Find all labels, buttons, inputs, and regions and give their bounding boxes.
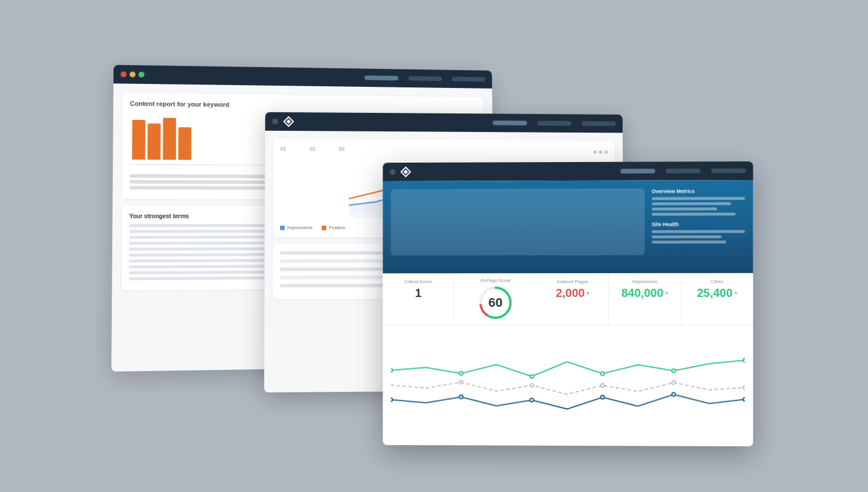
- chart-dots: [593, 150, 608, 154]
- svg-point-10: [601, 372, 604, 375]
- svg-point-9: [530, 374, 534, 378]
- clicks-label: Clicks: [688, 279, 746, 284]
- indexed-pages-cell: Indexed Pages 2,000 *: [537, 273, 609, 325]
- svg-point-17: [743, 385, 745, 389]
- axis-labels: 01 02 03: [280, 146, 344, 152]
- nav-1: [365, 75, 486, 82]
- nav-pill-3-3: [711, 168, 746, 173]
- legend-impressions: Impressions: [280, 225, 312, 230]
- dot-c: [605, 150, 608, 154]
- critical-errors-label: Critical Errors: [389, 279, 447, 284]
- nav-2: [492, 120, 616, 126]
- metrics-col: Overview Metrics Site Health: [652, 188, 745, 255]
- onpage-score-cell: OnPage Score 60: [454, 273, 537, 325]
- metric-bar-4: [652, 212, 735, 215]
- svg-point-19: [459, 395, 463, 399]
- legend-label-position: Position: [329, 225, 345, 230]
- nav-pill-3-2: [665, 168, 700, 173]
- window-controls-3: [389, 169, 395, 175]
- svg-point-16: [672, 381, 675, 384]
- nav-pill-2-1: [492, 120, 527, 125]
- svg-point-20: [530, 398, 534, 402]
- indexed-pages-value: 2,000 *: [544, 287, 601, 300]
- dot-1: [272, 119, 278, 124]
- bar-3: [163, 118, 176, 160]
- svg-point-13: [459, 380, 463, 384]
- legend-dot-impressions: [280, 225, 285, 230]
- nav-pill-2: [409, 76, 442, 81]
- legend-dot-position: [322, 225, 326, 230]
- close-dot: [120, 71, 126, 77]
- clicks-cell: Clicks 25,400 *: [681, 273, 753, 325]
- site-health-title: Site Health: [652, 221, 745, 227]
- logo-3: [400, 166, 411, 178]
- bottom-chart-svg: [391, 332, 745, 446]
- nav-pill-3-1: [620, 168, 655, 173]
- dot-b: [599, 150, 602, 154]
- legend-position: Position: [322, 225, 345, 230]
- bar-2: [148, 123, 161, 160]
- titlebar-2: [265, 112, 623, 133]
- overview-area: Overview Metrics Site Health: [391, 188, 745, 255]
- nav-pill-2-2: [538, 121, 572, 126]
- window-controls-2: [272, 119, 278, 124]
- dot-a: [593, 150, 597, 154]
- health-bar-2: [652, 236, 722, 238]
- asterisk-1: *: [584, 291, 589, 299]
- maximize-dot: [138, 72, 144, 78]
- svg-marker-3: [403, 170, 408, 174]
- impressions-cell: Impressions 840,000 *: [609, 273, 681, 325]
- clicks-value: 25,400 *: [688, 287, 746, 300]
- w2-chart-header: 01 02 03: [280, 146, 608, 157]
- health-bar-3: [652, 241, 726, 244]
- score-number: 60: [488, 295, 502, 310]
- main-chart-placeholder: [391, 189, 645, 256]
- onpage-score-label: OnPage Score: [480, 278, 510, 283]
- svg-point-12: [743, 358, 745, 362]
- indexed-pages-label: Indexed Pages: [544, 279, 601, 284]
- metric-bar-3: [652, 207, 717, 210]
- w3-header: Overview Metrics Site Health: [383, 180, 753, 273]
- metric-bar-2: [652, 202, 731, 205]
- svg-point-7: [391, 369, 392, 372]
- site-health-section: Site Health: [652, 221, 745, 243]
- axis-01: 01: [280, 146, 286, 152]
- nav-pill-3: [452, 77, 486, 82]
- window-controls-1: [120, 71, 144, 78]
- asterisk-2: *: [663, 291, 668, 299]
- impressions-label: Impressions: [616, 279, 674, 284]
- svg-point-23: [743, 398, 745, 401]
- svg-marker-1: [286, 119, 291, 124]
- impressions-value: 840,000 *: [616, 287, 674, 300]
- score-ring: 60: [478, 285, 513, 320]
- report-title: Content report for your keyword: [130, 100, 477, 111]
- overview-metrics-section: Overview Metrics: [652, 188, 745, 216]
- overview-metrics-title: Overview Metrics: [652, 188, 745, 194]
- titlebar-3: [383, 161, 753, 181]
- svg-point-15: [601, 384, 604, 387]
- window-3: Overview Metrics Site Health: [383, 161, 753, 446]
- stats-row: Critical Errors 1 OnPage Score 60: [383, 273, 753, 325]
- minimize-dot: [130, 72, 135, 78]
- bar-4: [178, 127, 192, 160]
- asterisk-3: *: [733, 291, 737, 299]
- nav-pill-1: [365, 75, 399, 80]
- svg-point-11: [672, 369, 675, 373]
- metric-bar-1: [652, 197, 745, 200]
- critical-errors-value: 1: [389, 287, 447, 300]
- svg-point-21: [601, 395, 604, 399]
- logo-2: [283, 116, 295, 127]
- axis-03: 03: [339, 146, 345, 152]
- svg-point-18: [391, 398, 392, 402]
- critical-errors-cell: Critical Errors 1: [383, 273, 454, 325]
- svg-point-22: [672, 392, 675, 396]
- legend-label-impressions: Impressions: [287, 225, 312, 230]
- axis-02: 02: [310, 146, 315, 152]
- bar-1: [132, 120, 145, 160]
- w3-bottom-chart: [383, 325, 753, 446]
- nav-pill-2-3: [582, 121, 616, 126]
- svg-point-14: [530, 384, 534, 387]
- svg-point-8: [459, 372, 463, 375]
- scene: Content report for your keyword Your str…: [116, 49, 752, 443]
- dot-3: [389, 169, 395, 175]
